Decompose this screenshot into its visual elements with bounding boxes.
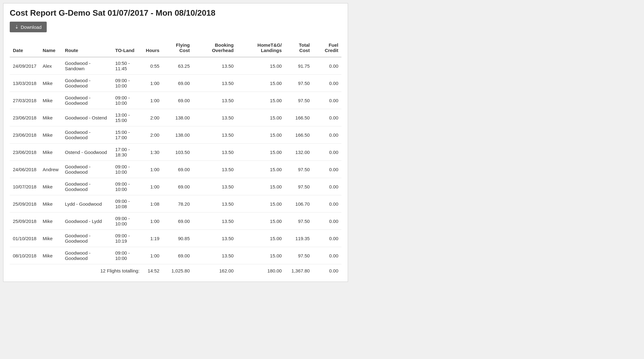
download-label: Download <box>21 24 42 30</box>
cell-hours: 1:00 <box>143 75 162 92</box>
cell-route: Goodwood - Goodwood <box>62 178 112 195</box>
cell-flying-cost: 69.00 <box>162 161 193 178</box>
cell-date: 27/03/2018 <box>10 92 40 109</box>
cell-route: Goodwood - Sandown <box>62 57 112 75</box>
cell-home-tg-landings: 15.00 <box>237 178 285 195</box>
footer-flying-cost: 1,025.80 <box>162 264 193 276</box>
table-row: 23/06/2018MikeGoodwood - Goodwood15:00 -… <box>10 126 341 144</box>
footer-total-cost: 1,367.80 <box>285 264 313 276</box>
cell-hours: 2:00 <box>143 109 162 126</box>
cell-to-land: 10:50 - 11:45 <box>112 57 143 75</box>
cell-home-tg-landings: 15.00 <box>237 161 285 178</box>
cell-date: 08/10/2018 <box>10 247 40 264</box>
cell-total-cost: 119.35 <box>285 230 313 247</box>
cell-fuel-credit: 0.00 <box>313 109 341 126</box>
cell-hours: 1:00 <box>143 247 162 264</box>
col-header-name: Name <box>40 40 62 57</box>
table-row: 10/07/2018MikeGoodwood - Goodwood09:00 -… <box>10 178 341 195</box>
cost-report-table: Date Name Route TO-Land Hours Flying Cos… <box>10 40 341 275</box>
cell-route: Goodwood - Goodwood <box>62 92 112 109</box>
cell-fuel-credit: 0.00 <box>313 247 341 264</box>
cell-booking-overhead: 13.50 <box>193 126 237 144</box>
cell-name: Mike <box>40 230 62 247</box>
col-header-date: Date <box>10 40 40 57</box>
cell-hours: 1:00 <box>143 213 162 230</box>
cell-total-cost: 106.70 <box>285 195 313 213</box>
cell-hours: 1:08 <box>143 195 162 213</box>
cell-to-land: 15:00 - 17:00 <box>112 126 143 144</box>
cell-date: 23/06/2018 <box>10 109 40 126</box>
cell-flying-cost: 69.00 <box>162 178 193 195</box>
cell-booking-overhead: 13.50 <box>193 161 237 178</box>
cell-fuel-credit: 0.00 <box>313 57 341 75</box>
cell-fuel-credit: 0.00 <box>313 178 341 195</box>
cell-to-land: 17:00 - 18:30 <box>112 144 143 161</box>
cell-to-land: 09:00 - 10:08 <box>112 195 143 213</box>
cell-flying-cost: 63.25 <box>162 57 193 75</box>
cell-route: Goodwood - Goodwood <box>62 161 112 178</box>
cell-booking-overhead: 13.50 <box>193 57 237 75</box>
footer-booking-overhead: 162.00 <box>193 264 237 276</box>
cell-home-tg-landings: 15.00 <box>237 126 285 144</box>
download-icon: ⇣ <box>15 24 19 30</box>
cell-booking-overhead: 13.50 <box>193 247 237 264</box>
cell-date: 25/09/2018 <box>10 213 40 230</box>
table-row: 08/10/2018MikeGoodwood - Goodwood09:00 -… <box>10 247 341 264</box>
cell-name: Alex <box>40 57 62 75</box>
cell-to-land: 09:00 - 10:00 <box>112 247 143 264</box>
cell-hours: 1:30 <box>143 144 162 161</box>
cell-flying-cost: 69.00 <box>162 92 193 109</box>
cell-hours: 1:00 <box>143 92 162 109</box>
page-wrapper: Cost Report G-Demo Sat 01/07/2017 - Mon … <box>3 3 348 282</box>
table-row: 24/09/2017AlexGoodwood - Sandown10:50 - … <box>10 57 341 75</box>
cell-flying-cost: 69.00 <box>162 213 193 230</box>
cell-date: 24/09/2017 <box>10 57 40 75</box>
cell-booking-overhead: 13.50 <box>193 213 237 230</box>
cell-home-tg-landings: 15.00 <box>237 92 285 109</box>
cell-date: 23/06/2018 <box>10 126 40 144</box>
table-header-row: Date Name Route TO-Land Hours Flying Cos… <box>10 40 341 57</box>
table-row: 25/09/2018MikeGoodwood - Lydd09:00 - 10:… <box>10 213 341 230</box>
cell-name: Mike <box>40 92 62 109</box>
footer-fuel-credit: 0.00 <box>313 264 341 276</box>
col-header-home-tg-landings: HomeT&G/ Landings <box>237 40 285 57</box>
col-header-fuel-credit: Fuel Credit <box>313 40 341 57</box>
cell-flying-cost: 69.00 <box>162 75 193 92</box>
cell-fuel-credit: 0.00 <box>313 144 341 161</box>
cell-name: Mike <box>40 178 62 195</box>
cell-booking-overhead: 13.50 <box>193 195 237 213</box>
cell-hours: 0:55 <box>143 57 162 75</box>
cell-name: Mike <box>40 195 62 213</box>
cell-total-cost: 166.50 <box>285 109 313 126</box>
table-row: 23/06/2018MikeGoodwood - Ostend13:00 - 1… <box>10 109 341 126</box>
table-row: 13/03/2018MikeGoodwood - Goodwood09:00 -… <box>10 75 341 92</box>
page-title: Cost Report G-Demo Sat 01/07/2017 - Mon … <box>10 8 341 18</box>
cell-route: Goodwood - Lydd <box>62 213 112 230</box>
cell-flying-cost: 90.85 <box>162 230 193 247</box>
cell-route: Goodwood - Goodwood <box>62 230 112 247</box>
cell-route: Goodwood - Goodwood <box>62 75 112 92</box>
cell-total-cost: 97.50 <box>285 247 313 264</box>
cell-booking-overhead: 13.50 <box>193 230 237 247</box>
table-row: 25/09/2018MikeLydd - Goodwood09:00 - 10:… <box>10 195 341 213</box>
cell-booking-overhead: 13.50 <box>193 75 237 92</box>
cell-name: Mike <box>40 75 62 92</box>
footer-label: 12 Flights totalling: <box>10 264 143 276</box>
col-header-booking-overhead: Booking Overhead <box>193 40 237 57</box>
cell-total-cost: 91.75 <box>285 57 313 75</box>
cell-total-cost: 97.50 <box>285 178 313 195</box>
cell-route: Lydd - Goodwood <box>62 195 112 213</box>
table-row: 01/10/2018MikeGoodwood - Goodwood09:00 -… <box>10 230 341 247</box>
cell-total-cost: 97.50 <box>285 161 313 178</box>
cell-home-tg-landings: 15.00 <box>237 195 285 213</box>
col-header-flying-cost: Flying Cost <box>162 40 193 57</box>
cell-flying-cost: 138.00 <box>162 126 193 144</box>
cell-home-tg-landings: 15.00 <box>237 57 285 75</box>
download-button[interactable]: ⇣ Download <box>10 22 47 32</box>
cell-flying-cost: 138.00 <box>162 109 193 126</box>
cell-hours: 1:19 <box>143 230 162 247</box>
cell-date: 23/06/2018 <box>10 144 40 161</box>
cell-name: Mike <box>40 144 62 161</box>
cell-name: Mike <box>40 213 62 230</box>
cell-total-cost: 166.50 <box>285 126 313 144</box>
